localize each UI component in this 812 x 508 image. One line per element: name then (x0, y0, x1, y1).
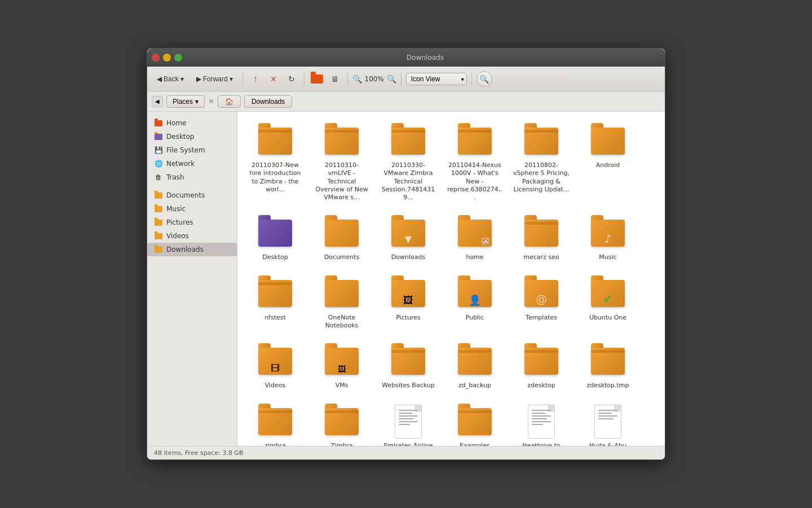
computer-button[interactable]: 🖥 (327, 71, 343, 87)
sidebar-item-documents[interactable]: Documents (147, 189, 237, 202)
file-label-pictures: Pictures (396, 314, 421, 322)
folder-icon-3 (390, 123, 426, 159)
downloads-sidebar-icon (154, 245, 163, 254)
status-text: 48 items, Free space: 3.8 GB (154, 449, 243, 457)
view-selector-wrap: Icon View List View Compact View (406, 73, 467, 85)
file-label-home: home (466, 253, 483, 261)
list-item[interactable]: 🏠 home (444, 211, 506, 266)
list-item[interactable]: zd_backup (444, 339, 506, 394)
close-places-icon[interactable]: ✕ (208, 97, 214, 106)
back-button[interactable]: ◀ Back ▾ (152, 73, 189, 85)
list-item[interactable]: zimbra (244, 399, 306, 446)
list-item[interactable]: OneNote Notebooks (311, 271, 373, 335)
list-item[interactable]: zdesktop.tmp (577, 339, 639, 394)
list-item[interactable]: zdesktop (510, 339, 572, 394)
file-label-zimbra: zimbra (264, 442, 286, 446)
sidebar-item-pictures[interactable]: Pictures (147, 216, 237, 229)
refresh-button[interactable]: ↻ (284, 71, 299, 87)
folder-icon-music (590, 215, 626, 251)
zoom-in-icon[interactable]: 🔍 (387, 75, 396, 84)
file-label-documents: Documents (324, 253, 360, 261)
folder-icon-templates (523, 275, 559, 312)
list-item[interactable]: Downloads (377, 211, 439, 266)
list-item[interactable]: Videos (244, 339, 306, 394)
sidebar-item-videos[interactable]: Videos (147, 229, 237, 243)
window-title: Downloads (190, 54, 660, 62)
separator-5 (471, 72, 472, 86)
separator-4 (401, 72, 401, 86)
file-label-4: 20110414-Nexus 1000V - What's New - repr… (447, 161, 503, 202)
folder-icon-onenote (324, 275, 360, 312)
separator-1 (242, 72, 243, 86)
list-item[interactable]: Emirates Airline to UK.pdf (377, 399, 439, 446)
sidebar-item-desktop[interactable]: Desktop (147, 130, 237, 143)
main-area: Home Desktop 💾 File System 🌐 Network (147, 112, 665, 446)
file-label-music: Music (599, 253, 616, 261)
list-item[interactable]: Music (577, 211, 639, 266)
cancel-button[interactable]: ✕ (266, 71, 281, 87)
file-manager-window: Downloads ◀ Back ▾ ▶ Forward ▾ ↑ ✕ ↻ 🖥 🔍… (147, 48, 665, 460)
upload-button[interactable]: ↑ (248, 71, 263, 87)
separator-3 (347, 72, 348, 86)
zoom-out-icon[interactable]: 🔍 (352, 75, 362, 84)
sidebar-item-music[interactable]: Music (147, 202, 237, 216)
list-item[interactable]: Pictures (377, 271, 439, 335)
list-item[interactable]: Desktop (244, 211, 306, 266)
list-item[interactable]: 20110414-Nexus 1000V - What's New - repr… (444, 119, 506, 206)
file-label-videos: Videos (265, 382, 286, 389)
sidebar-desktop-label: Desktop (166, 133, 195, 141)
folder-icon-nfstest (257, 275, 293, 312)
home-toolbar-button[interactable] (309, 71, 325, 87)
sidebar-documents-label: Documents (166, 191, 205, 199)
folder-icon-ubuntu (590, 275, 626, 312)
close-button[interactable] (152, 54, 160, 62)
view-selector[interactable]: Icon View List View Compact View (406, 73, 467, 85)
forward-button[interactable]: ▶ Forward ▾ (191, 73, 238, 85)
folder-icon-zdesktop (523, 343, 559, 379)
back-dropdown-icon: ▾ (180, 75, 184, 83)
list-item[interactable]: Heathrow to Hotel Taxi.pdf (510, 399, 572, 446)
minimize-button[interactable] (163, 54, 171, 62)
home-sidebar-icon (154, 119, 163, 128)
list-item[interactable]: Android (577, 119, 639, 206)
file-label-huda: Huda & Abu tickets.pdf (580, 442, 636, 446)
list-item[interactable]: 20110802-vSphere 5 Pricing, Packaging & … (510, 119, 572, 206)
nav-arrow-left[interactable]: ◀ (152, 96, 163, 107)
list-item[interactable]: Ubuntu One (577, 271, 639, 335)
list-item[interactable]: 20110307-New hire introduction to Zimbra… (244, 119, 306, 206)
folder-icon-mecarz (523, 215, 559, 251)
maximize-button[interactable] (174, 54, 182, 62)
sidebar-item-filesystem[interactable]: 💾 File System (147, 143, 237, 157)
forward-label: Forward (203, 75, 228, 83)
list-item[interactable]: 🖼 VMs (311, 339, 373, 394)
list-item[interactable]: Websites Backup (377, 339, 439, 394)
breadcrumb-downloads-button[interactable]: Downloads (244, 95, 292, 108)
list-item[interactable]: mecarz seo (510, 211, 572, 266)
list-item[interactable]: Examples (444, 399, 506, 446)
list-item[interactable]: nfstest (244, 271, 306, 335)
search-button[interactable]: 🔍 (476, 71, 492, 87)
breadcrumb-home-button[interactable]: 🏠 (218, 95, 241, 108)
sidebar-item-downloads[interactable]: Downloads (147, 243, 237, 256)
file-label-templates: Templates (526, 314, 557, 322)
file-label-emirates: Emirates Airline to UK.pdf (380, 442, 436, 446)
folder-icon-1 (257, 123, 293, 159)
forward-arrow-icon: ▶ (196, 75, 201, 83)
folder-icon-websitesbackup (390, 343, 426, 379)
list-item[interactable]: Huda & Abu tickets.pdf (577, 399, 639, 446)
list-item[interactable]: 20110330-VMware Zimbra Technical Session… (377, 119, 439, 206)
list-item[interactable]: Documents (311, 211, 373, 266)
list-item[interactable]: 20110310-vmLIVE - Technical Overview of … (311, 119, 373, 206)
list-item[interactable]: Zimbra Installation Files (311, 399, 373, 446)
places-button[interactable]: Places ▾ (166, 95, 205, 108)
file-label-5: 20110802-vSphere 5 Pricing, Packaging & … (513, 161, 570, 194)
sidebar-item-trash[interactable]: 🗑 Trash (147, 170, 237, 184)
sidebar-item-home[interactable]: Home (147, 116, 237, 130)
list-item[interactable]: Templates (510, 271, 572, 335)
file-label-zdbackup: zd_backup (458, 382, 491, 389)
list-item[interactable]: 👤 Public (444, 271, 506, 335)
sidebar-item-network[interactable]: 🌐 Network (147, 157, 237, 170)
file-label-nfstest: nfstest (264, 314, 286, 322)
file-label-desktop: Desktop (262, 253, 288, 261)
folder-icon-zdbackup (457, 343, 493, 379)
